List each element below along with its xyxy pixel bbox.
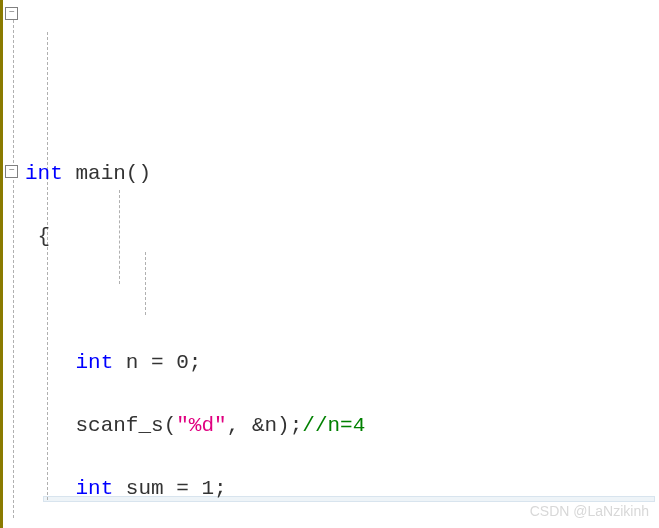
number: 0 [176, 351, 189, 374]
keyword: int [75, 477, 113, 500]
identifier: main [75, 162, 125, 185]
fold-icon[interactable]: − [5, 165, 18, 178]
code-line: int main() [25, 158, 659, 190]
code-line: scanf_s("%d", &n);//n=4 [25, 410, 659, 442]
keyword: int [25, 162, 63, 185]
semicolon: ; [214, 477, 227, 500]
gutter: − − [0, 0, 21, 528]
code-line: { [25, 221, 659, 253]
identifier [63, 162, 76, 185]
paren: ( [164, 414, 177, 437]
code-text: n = [113, 351, 176, 374]
comment: //n=4 [302, 414, 365, 437]
keyword: int [75, 351, 113, 374]
code-text: , &n) [227, 414, 290, 437]
number: 1 [201, 477, 214, 500]
code-area[interactable]: int main() { int n = 0; scanf_s("%d", &n… [21, 0, 659, 528]
code-editor: − − int main() { int n = 0; scanf_s("%d"… [0, 0, 659, 528]
code-line [25, 284, 659, 316]
semicolon: ; [290, 414, 303, 437]
operator: () [126, 162, 151, 185]
brace: { [38, 225, 51, 248]
identifier: scanf_s [75, 414, 163, 437]
semicolon: ; [189, 351, 202, 374]
code-text: sum = [113, 477, 201, 500]
fold-icon[interactable]: − [5, 7, 18, 20]
string: "%d" [176, 414, 226, 437]
code-line: int n = 0; [25, 347, 659, 379]
code-line: int sum = 1; [25, 473, 659, 505]
